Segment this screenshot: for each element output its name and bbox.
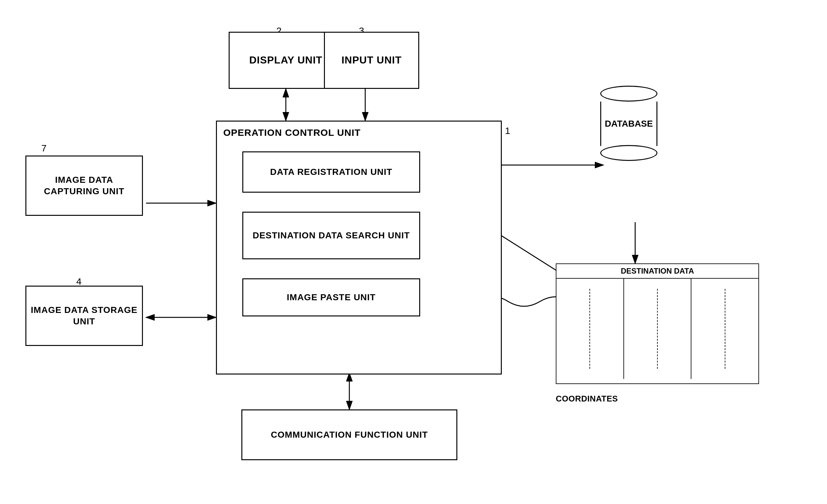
image-capturing-label: IMAGE DATA CAPTURING UNIT	[27, 174, 142, 198]
coordinates-label: COORDINATES	[556, 394, 618, 404]
operation-control-box: OPERATION CONTROL UNIT DATA REGISTRATION…	[216, 121, 502, 375]
image-paste-label: IMAGE PASTE UNIT	[287, 292, 376, 303]
image-capturing-box: IMAGE DATA CAPTURING UNIT	[26, 156, 143, 216]
operation-control-label: OPERATION CONTROL UNIT	[223, 126, 361, 139]
communication-box: COMMUNICATION FUNCTION UNIT	[241, 409, 457, 460]
data-registration-box: DATA REGISTRATION UNIT	[242, 151, 420, 193]
communication-label: COMMUNICATION FUNCTION UNIT	[271, 429, 428, 441]
diagram: 1 2 3 4 5 6 7 11 12 13 DISPLAY UNIT INPU…	[0, 0, 827, 504]
cylinder-top	[600, 86, 658, 102]
input-unit-box: INPUT UNIT	[324, 32, 419, 89]
destination-search-label: DESTINATION DATA SEARCH UNIT	[252, 230, 410, 241]
cylinder-body: DATABASE	[600, 102, 658, 146]
image-storage-label: IMAGE DATA STORAGE UNIT	[27, 304, 142, 328]
input-unit-label: INPUT UNIT	[341, 54, 402, 67]
destination-search-box: DESTINATION DATA SEARCH UNIT	[242, 212, 420, 259]
destination-data-header: DESTINATION DATA	[621, 267, 694, 275]
table-header: DESTINATION DATA	[556, 264, 759, 279]
number-7: 7	[41, 143, 47, 154]
number-1: 1	[505, 125, 510, 136]
display-unit-label: DISPLAY UNIT	[249, 54, 323, 67]
number-4: 4	[76, 276, 82, 287]
destination-data-table: DESTINATION DATA	[556, 264, 759, 384]
image-storage-box: IMAGE DATA STORAGE UNIT	[26, 286, 143, 346]
cylinder-bottom	[600, 145, 658, 161]
database-label: DATABASE	[605, 119, 653, 129]
database-cylinder: DATABASE	[600, 86, 658, 161]
image-paste-box: IMAGE PASTE UNIT	[242, 278, 420, 317]
data-registration-label: DATA REGISTRATION UNIT	[270, 166, 393, 178]
